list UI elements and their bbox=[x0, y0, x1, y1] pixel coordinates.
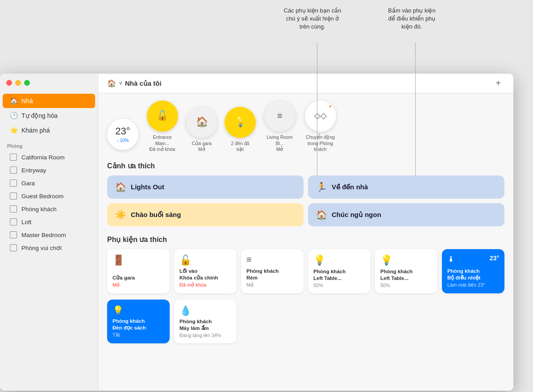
garage-label: Cửa garaMở bbox=[192, 141, 212, 153]
motion-widget[interactable]: ◇◇ ● Chuyển độngtrong Phòng khách bbox=[304, 100, 337, 153]
lights-widget[interactable]: 💡 2 đèn đãbật bbox=[225, 107, 256, 153]
add-button[interactable]: + bbox=[492, 77, 504, 90]
sidebar-item-automation[interactable]: 🕐 Tự động hóa bbox=[3, 108, 95, 123]
home-title: Nhà của tôi bbox=[125, 79, 162, 88]
sidebar-item-explore-label: Khám phá bbox=[21, 127, 50, 134]
scene-goodnight-label: Chúc ngủ ngon bbox=[332, 211, 381, 219]
sidebar-item-home-label: Nhà bbox=[21, 97, 33, 104]
sidebar-room-loft[interactable]: Loft bbox=[3, 216, 95, 228]
main-header: 🏠 ∨ Nhà của tôi + bbox=[98, 74, 513, 93]
bulb-acc-icon-2: 💡 bbox=[380, 254, 432, 266]
sidebar: 🏠 Nhà 🕐 Tự động hóa ⭐ Khám phá Phòng Cal… bbox=[0, 74, 98, 391]
acc-may-lam-am[interactable]: 💧 Phòng kháchMáy làm ẩm Đang tăng lên 34… bbox=[174, 300, 237, 343]
acc-bo-dieu-nhiet-name: Phòng kháchBộ điều nhiệt bbox=[447, 268, 499, 281]
acc-may-lam-am-status: Đang tăng lên 34% bbox=[179, 333, 231, 338]
temp-value: 23° bbox=[115, 125, 130, 137]
tooltip-2: Bấm vào phụ kiệnđể điều khiển phụkiện đó… bbox=[375, 7, 449, 31]
acc-khoa-cua[interactable]: 🔓 Lối vàoKhóa cửa chính Đã mở khóa bbox=[174, 249, 237, 293]
sidebar-room-entryway[interactable]: Entryway bbox=[3, 164, 95, 176]
entrance-label: Entrance Main...Đã mở khóa bbox=[146, 134, 179, 153]
acc-cua-gara-status: Mở bbox=[112, 282, 164, 288]
room-label-master-bedroom: Master Bedroom bbox=[21, 232, 66, 238]
acc-left-table-1[interactable]: 💡 Phòng kháchLeft Table... 50% bbox=[308, 249, 371, 293]
acc-bo-dieu-nhiet-status: Làm mát đến 23° bbox=[447, 282, 499, 288]
acc-den-doc-sach[interactable]: 💡 Phòng kháchĐèn đọc sách Tắt bbox=[107, 300, 170, 343]
room-icon bbox=[10, 179, 17, 187]
room-icon bbox=[10, 218, 17, 225]
lock-icon: 🔓 bbox=[179, 254, 231, 266]
temp-circle[interactable]: 23° ↓ 10% bbox=[107, 119, 138, 150]
room-icon bbox=[10, 167, 17, 174]
home-breadcrumb-icon: 🏠 bbox=[107, 79, 116, 88]
sidebar-room-guest-bedroom[interactable]: Guest Bedroom bbox=[3, 190, 95, 202]
garage-circle[interactable]: 🏠 bbox=[186, 107, 217, 138]
acc-left-table-2[interactable]: 💡 Phòng kháchLeft Table... 50% bbox=[375, 249, 437, 293]
humidifier-icon: 💧 bbox=[179, 305, 231, 317]
room-label-phong-khach: Phòng khách bbox=[21, 206, 57, 213]
fullscreen-button[interactable] bbox=[24, 80, 30, 86]
scene-morning-label: Chào buổi sáng bbox=[131, 211, 181, 219]
entrance-widget[interactable]: 🔓 Entrance Main...Đã mở khóa bbox=[146, 100, 179, 153]
come-home-icon: 🏃 bbox=[316, 182, 327, 192]
thermostat-temp: 23° bbox=[490, 254, 499, 262]
sidebar-room-gara[interactable]: Gara bbox=[3, 177, 95, 189]
blinds-label: Living Room Bl...Mở bbox=[263, 134, 296, 153]
minimize-button[interactable] bbox=[15, 80, 21, 86]
sidebar-room-california-room[interactable]: California Room bbox=[3, 151, 95, 163]
scene-come-home[interactable]: 🏃 Về đến nhà bbox=[308, 175, 504, 199]
acc-cua-gara-name: Cửa gara bbox=[112, 275, 164, 281]
room-label-entryway: Entryway bbox=[21, 167, 46, 174]
goodnight-icon: 🏠 bbox=[316, 209, 327, 220]
tooltip-1: Các phụ kiện bạn cầnchú ý sẽ xuất hiện ở… bbox=[272, 7, 353, 31]
acc-cua-gara[interactable]: 🚪 Cửa gara Mở bbox=[107, 249, 170, 293]
close-button[interactable] bbox=[6, 80, 12, 86]
clock-icon: 🕐 bbox=[10, 112, 18, 120]
acc-left-table-2-status: 50% bbox=[380, 283, 432, 288]
reading-lamp-icon: 💡 bbox=[112, 305, 164, 316]
blinds-acc-icon: ≡ bbox=[246, 254, 298, 265]
lights-label: 2 đèn đãbật bbox=[231, 141, 250, 153]
sidebar-item-explore[interactable]: ⭐ Khám phá bbox=[3, 123, 95, 138]
home-icon: 🏠 bbox=[10, 97, 18, 105]
motion-circle[interactable]: ◇◇ ● bbox=[305, 100, 336, 132]
lights-circle[interactable]: 💡 bbox=[225, 107, 256, 138]
acc-left-table-2-name: Phòng kháchLeft Table... bbox=[380, 268, 432, 282]
bulb-icon: 💡 bbox=[234, 116, 246, 128]
temp-widget[interactable]: 23° ↓ 10% bbox=[107, 119, 138, 153]
blinds-circle[interactable]: ≡ bbox=[264, 100, 296, 132]
scene-lights-out[interactable]: 🏠 Lights Out bbox=[107, 175, 304, 199]
lights-out-icon: 🏠 bbox=[115, 182, 126, 192]
star-icon: ⭐ bbox=[10, 126, 18, 134]
sidebar-room-phong-vui-choi[interactable]: Phòng vui chơi bbox=[3, 242, 95, 254]
sidebar-item-automation-label: Tự động hóa bbox=[21, 112, 58, 119]
sidebar-item-home[interactable]: 🏠 Nhà bbox=[3, 94, 95, 108]
accessories-grid-row1: 🚪 Cửa gara Mở 🔓 Lối vàoKhóa cửa chính Đã… bbox=[107, 249, 504, 293]
scene-goodnight[interactable]: 🏠 Chúc ngủ ngon bbox=[308, 203, 504, 226]
blinds-widget[interactable]: ≡ Living Room Bl...Mở bbox=[263, 100, 296, 153]
motion-label: Chuyển độngtrong Phòng khách bbox=[304, 134, 337, 153]
breadcrumb: 🏠 ∨ Nhà của tôi bbox=[107, 79, 162, 88]
acc-bo-dieu-nhiet[interactable]: 🌡 23° Phòng kháchBộ điều nhiệt Làm mát đ… bbox=[442, 249, 504, 293]
app-window: 🏠 Nhà 🕐 Tự động hóa ⭐ Khám phá Phòng Cal… bbox=[0, 74, 513, 391]
scene-come-home-label: Về đến nhà bbox=[332, 183, 368, 191]
acc-rem-name: Phòng kháchRèm bbox=[246, 268, 298, 281]
rooms-section-label: Phòng bbox=[0, 138, 98, 150]
garage-widget[interactable]: 🏠 Cửa garaMở bbox=[186, 107, 217, 153]
chevron-down-icon: ∨ bbox=[119, 80, 122, 86]
room-label-gara: Gara bbox=[21, 180, 35, 187]
blinds-icon: ≡ bbox=[277, 111, 283, 121]
room-icon bbox=[10, 231, 17, 238]
acc-den-doc-sach-status: Tắt bbox=[112, 332, 164, 338]
garage-icon: 🏠 bbox=[196, 116, 208, 128]
sidebar-room-master-bedroom[interactable]: Master Bedroom bbox=[3, 229, 95, 241]
scene-morning[interactable]: ☀️ Chào buổi sáng bbox=[107, 203, 304, 226]
scene-lights-out-label: Lights Out bbox=[131, 183, 164, 191]
motion-icon: ◇◇ bbox=[314, 111, 327, 121]
main-content: 🏠 ∨ Nhà của tôi + 23° ↓ 10% bbox=[98, 74, 513, 391]
sidebar-room-phong-khach[interactable]: Phòng khách bbox=[3, 203, 95, 215]
acc-rem[interactable]: ≡ Phòng kháchRèm Mở bbox=[241, 249, 304, 293]
accessories-grid-row2: 💡 Phòng kháchĐèn đọc sách Tắt 💧 Phòng kh… bbox=[107, 300, 504, 343]
acc-den-doc-sach-name: Phòng kháchĐèn đọc sách bbox=[112, 318, 164, 331]
room-label-guest-bedroom: Guest Bedroom bbox=[21, 193, 64, 200]
entrance-circle[interactable]: 🔓 bbox=[147, 100, 178, 132]
